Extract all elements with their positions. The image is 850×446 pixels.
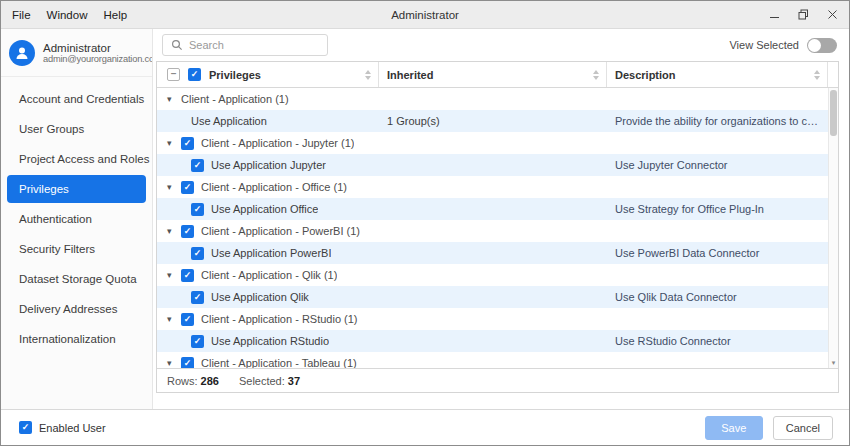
description-cell	[607, 176, 828, 198]
titlebar: File Window Help Administrator	[1, 1, 849, 29]
privilege-label: Client - Application - Jupyter (1)	[201, 137, 354, 149]
menu-help[interactable]: Help	[103, 9, 127, 21]
main-area: Administrator admin@yourorganization.com…	[1, 29, 849, 409]
row-checkbox[interactable]: ✓	[181, 313, 194, 326]
menu-window[interactable]: Window	[47, 9, 88, 21]
description-value: Use Strategy for Office Plug-In	[615, 203, 768, 215]
sidebar-item-security-filters[interactable]: Security Filters	[1, 234, 152, 264]
footer: ✓ Enabled User Save Cancel	[1, 409, 849, 445]
menu-file[interactable]: File	[12, 9, 31, 21]
description-value: Use RStudio Connector	[615, 335, 735, 347]
privilege-group-row[interactable]: ▾✓Client - Application - Office (1)	[157, 176, 828, 198]
table-header: – ✓ Privileges Inherited Description	[157, 62, 838, 88]
privileges-cell: ▾✓Client - Application - Jupyter (1)	[157, 132, 379, 154]
privileges-cell: ✓Use Application PowerBI	[157, 242, 379, 264]
description-cell	[607, 264, 828, 286]
privilege-group-row[interactable]: ▾✓Client - Application - Qlik (1)	[157, 264, 828, 286]
row-checkbox[interactable]: ✓	[191, 247, 204, 260]
description-cell: Use Strategy for Office Plug-In	[607, 198, 828, 220]
rows-count: Rows:286	[167, 375, 219, 387]
vertical-scrollbar[interactable]: ▾	[828, 88, 838, 368]
description-cell	[607, 132, 828, 154]
sidebar-item-delivery-addresses[interactable]: Delivery Addresses	[1, 294, 152, 324]
description-cell	[607, 220, 828, 242]
user-profile: Administrator admin@yourorganization.com	[1, 29, 152, 77]
caret-down-icon[interactable]: ▾	[167, 95, 181, 104]
description-cell: Use Jupyter Connector	[607, 154, 828, 176]
privilege-row[interactable]: ✓Use Application JupyterUse Jupyter Conn…	[157, 154, 828, 176]
user-info: Administrator admin@yourorganization.com	[43, 42, 153, 64]
privileges-cell: ✓Use Application Jupyter	[157, 154, 379, 176]
content-area: Search View Selected – ✓ Privileges	[153, 29, 849, 409]
row-checkbox[interactable]: ✓	[181, 181, 194, 194]
sidebar-item-project-access-and-roles[interactable]: Project Access and Roles	[1, 144, 152, 174]
row-checkbox[interactable]: ✓	[191, 335, 204, 348]
sidebar-item-internationalization[interactable]: Internationalization	[1, 324, 152, 354]
caret-down-icon[interactable]: ▾	[167, 183, 181, 192]
close-button[interactable]	[825, 8, 839, 22]
row-checkbox[interactable]: ✓	[181, 269, 194, 282]
sidebar-nav: Account and Credentials User Groups Proj…	[1, 77, 152, 354]
sidebar-item-dataset-storage-quota[interactable]: Dataset Storage Quota	[1, 264, 152, 294]
enabled-user-checkbox[interactable]: ✓	[19, 421, 32, 434]
enabled-user-control: ✓ Enabled User	[19, 421, 106, 434]
save-button[interactable]: Save	[705, 416, 763, 440]
enabled-user-label: Enabled User	[39, 422, 106, 434]
privilege-row[interactable]: ✓Use Application RStudioUse RStudio Conn…	[157, 330, 828, 352]
sort-icon[interactable]	[593, 70, 599, 80]
scrollbar-thumb[interactable]	[830, 90, 837, 136]
restore-button[interactable]	[796, 8, 810, 22]
search-icon	[171, 39, 183, 51]
select-all-checkbox[interactable]: ✓	[188, 68, 201, 81]
row-checkbox[interactable]: ✓	[181, 137, 194, 150]
privilege-row[interactable]: ✓Use Application PowerBIUse PowerBI Data…	[157, 242, 828, 264]
sort-icon[interactable]	[814, 70, 820, 80]
caret-down-icon[interactable]: ▾	[167, 315, 181, 324]
description-value: Use Jupyter Connector	[615, 159, 732, 171]
search-input[interactable]: Search	[162, 34, 328, 56]
inherited-cell	[379, 88, 607, 110]
row-checkbox[interactable]: ✓	[191, 159, 204, 172]
search-placeholder: Search	[189, 39, 224, 51]
privilege-group-row[interactable]: ▾✓Client - Application - Tableau (1)	[157, 352, 828, 368]
minimize-button[interactable]	[767, 8, 781, 22]
privilege-group-row[interactable]: ▾Client - Application (1)	[157, 88, 828, 110]
row-checkbox[interactable]: ✓	[181, 225, 194, 238]
caret-down-icon[interactable]: ▾	[167, 271, 181, 280]
column-label-inherited: Inherited	[387, 69, 433, 81]
privilege-label: Use Application Office	[211, 203, 318, 215]
scroll-down-icon[interactable]: ▾	[829, 358, 838, 367]
restore-icon	[798, 9, 809, 20]
inherited-cell	[379, 264, 607, 286]
description-cell: Use Qlik Data Connector	[607, 286, 828, 308]
privilege-label: Use Application Jupyter	[211, 159, 326, 171]
sidebar-item-account-and-credentials[interactable]: Account and Credentials	[1, 84, 152, 114]
privileges-cell: ✓Use Application Qlik	[157, 286, 379, 308]
privilege-group-row[interactable]: ▾✓Client - Application - Jupyter (1)	[157, 132, 828, 154]
row-checkbox[interactable]: ✓	[181, 357, 194, 369]
sidebar-item-user-groups[interactable]: User Groups	[1, 114, 152, 144]
user-icon	[14, 45, 30, 61]
sidebar-item-privileges[interactable]: Privileges	[7, 175, 146, 203]
cancel-button[interactable]: Cancel	[773, 416, 833, 440]
collapse-all-checkbox[interactable]: –	[167, 68, 180, 81]
description-cell	[607, 88, 828, 110]
row-checkbox[interactable]: ✓	[191, 203, 204, 216]
privilege-row[interactable]: ✓Use Application OfficeUse Strategy for …	[157, 198, 828, 220]
row-checkbox[interactable]: ✓	[191, 291, 204, 304]
caret-down-icon[interactable]: ▾	[167, 139, 181, 148]
window-title: Administrator	[391, 9, 459, 21]
privileges-cell: ▾Client - Application (1)	[157, 88, 379, 110]
privilege-group-row[interactable]: ▾✓Client - Application - RStudio (1)	[157, 308, 828, 330]
privilege-row[interactable]: Use Application1 Group(s)Provide the abi…	[157, 110, 828, 132]
sort-icon[interactable]	[365, 70, 371, 80]
view-selected-toggle[interactable]	[807, 38, 837, 53]
privilege-row[interactable]: ✓Use Application QlikUse Qlik Data Conne…	[157, 286, 828, 308]
privileges-table: – ✓ Privileges Inherited Description	[156, 61, 839, 393]
caret-down-icon[interactable]: ▾	[167, 227, 181, 236]
footer-buttons: Save Cancel	[705, 416, 833, 440]
privilege-label: Client - Application - PowerBI (1)	[201, 225, 360, 237]
caret-down-icon[interactable]: ▾	[167, 359, 181, 368]
privilege-group-row[interactable]: ▾✓Client - Application - PowerBI (1)	[157, 220, 828, 242]
sidebar-item-authentication[interactable]: Authentication	[1, 204, 152, 234]
